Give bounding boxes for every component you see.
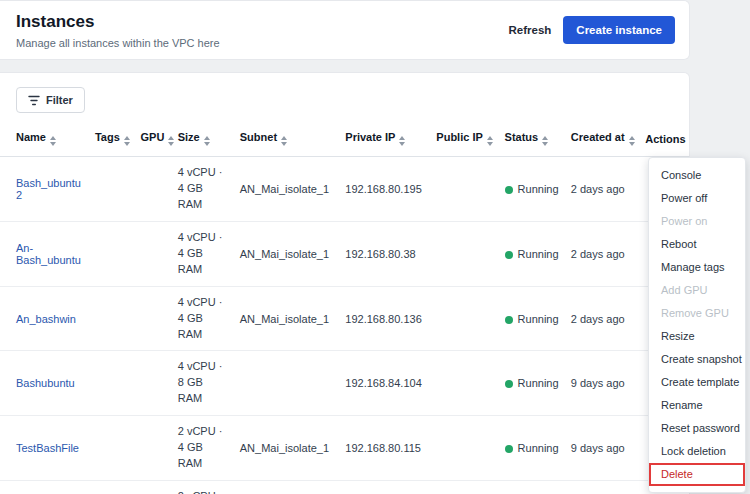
column-label: Actions: [645, 133, 685, 145]
column-label: GPU: [140, 131, 164, 143]
created-at-cell: 14 days ago: [565, 481, 639, 494]
status-dot-icon: [505, 251, 513, 259]
table-row: An_bashwin4 vCPU · 4 GB RAMAN_Mai_isolat…: [0, 286, 689, 351]
public-ip-cell: [430, 416, 498, 481]
status-cell: Running: [499, 481, 565, 494]
size-cell: 2 vCPU · 4 GB RAM: [172, 481, 234, 494]
public-ip-cell: [430, 221, 498, 286]
private-ip-cell: 192.168.80.136: [339, 286, 430, 351]
menu-item-lock-deletion[interactable]: Lock deletion: [649, 440, 745, 463]
subnet-cell: AN_Mai_isolate_1: [234, 157, 340, 222]
menu-item-add-gpu: Add GPU: [649, 279, 745, 302]
tags-cell: [89, 286, 135, 351]
sort-icon: [487, 136, 493, 146]
filter-button[interactable]: Filter: [16, 87, 85, 113]
menu-item-remove-gpu: Remove GPU: [649, 302, 745, 325]
column-label: Name: [16, 131, 46, 143]
table-row: Test_init2 vCPU · 4 GB RAM192.168.84.233…: [0, 481, 689, 494]
public-ip-cell: [430, 157, 498, 222]
column-label: Tags: [95, 131, 120, 143]
status-dot-icon: [505, 316, 513, 324]
created-at-cell: 2 days ago: [565, 157, 639, 222]
instance-name-link[interactable]: Bashubuntu: [16, 377, 75, 389]
instance-actions-menu: ConsolePower offPower onRebootManage tag…: [648, 157, 746, 493]
table-row: Bash_ubuntu24 vCPU · 4 GB RAMAN_Mai_isol…: [0, 157, 689, 222]
column-label: Private IP: [345, 131, 395, 143]
menu-item-delete[interactable]: Delete: [649, 463, 745, 486]
public-ip-cell: [430, 351, 498, 416]
name-cell: An-Bash_ubuntu: [0, 221, 89, 286]
menu-item-rename[interactable]: Rename: [649, 394, 745, 417]
name-cell: Test_init: [0, 481, 89, 494]
gpu-cell: [134, 286, 171, 351]
private-ip-cell: 192.168.84.233: [339, 481, 430, 494]
created-at-cell: 2 days ago: [565, 286, 639, 351]
subnet-cell: AN_Mai_isolate_1: [234, 221, 340, 286]
subnet-cell: [234, 481, 340, 494]
private-ip-cell: 192.168.80.195: [339, 157, 430, 222]
size-cell: 4 vCPU · 8 GB RAM: [172, 351, 234, 416]
create-instance-button[interactable]: Create instance: [563, 16, 675, 44]
sort-icon: [399, 136, 405, 146]
status-cell: Running: [499, 416, 565, 481]
column-header-private_ip[interactable]: Private IP: [339, 125, 430, 157]
size-cell: 4 vCPU · 4 GB RAM: [172, 286, 234, 351]
status-dot-icon: [505, 445, 513, 453]
column-label: Status: [505, 131, 539, 143]
status-dot-icon: [505, 186, 513, 194]
column-header-public_ip[interactable]: Public IP: [430, 125, 498, 157]
sort-icon: [50, 136, 56, 146]
status-cell: Running: [499, 351, 565, 416]
status-dot-icon: [505, 380, 513, 388]
menu-item-create-snapshot[interactable]: Create snapshot: [649, 348, 745, 371]
sort-icon: [281, 136, 287, 146]
column-header-gpu[interactable]: GPU: [134, 125, 171, 157]
column-header-status[interactable]: Status: [499, 125, 565, 157]
menu-item-create-template[interactable]: Create template: [649, 371, 745, 394]
refresh-button[interactable]: Refresh: [509, 24, 552, 36]
table-row: TestBashFile2 vCPU · 4 GB RAMAN_Mai_isol…: [0, 416, 689, 481]
menu-item-resize[interactable]: Resize: [649, 325, 745, 348]
created-at-cell: 9 days ago: [565, 351, 639, 416]
size-cell: 4 vCPU · 4 GB RAM: [172, 221, 234, 286]
tags-cell: [89, 416, 135, 481]
status-cell: Running: [499, 286, 565, 351]
created-at-cell: 9 days ago: [565, 416, 639, 481]
column-header-created_at[interactable]: Created at: [565, 125, 639, 157]
subnet-cell: AN_Mai_isolate_1: [234, 416, 340, 481]
tags-cell: [89, 351, 135, 416]
page-subtitle: Manage all instances within the VPC here: [16, 37, 220, 49]
instance-name-link[interactable]: Bash_ubuntu2: [16, 177, 81, 201]
menu-item-manage-tags[interactable]: Manage tags: [649, 256, 745, 279]
tags-cell: [89, 221, 135, 286]
page-header-text: Instances Manage all instances within th…: [16, 12, 220, 49]
sort-icon: [204, 136, 210, 146]
page-title: Instances: [16, 12, 220, 32]
sort-icon: [629, 136, 635, 146]
page-header: Instances Manage all instances within th…: [0, 0, 690, 60]
column-header-subnet[interactable]: Subnet: [234, 125, 340, 157]
name-cell: TestBashFile: [0, 416, 89, 481]
subnet-cell: [234, 351, 340, 416]
private-ip-cell: 192.168.80.38: [339, 221, 430, 286]
column-header-actions: Actions: [639, 125, 689, 157]
menu-item-reset-password[interactable]: Reset password: [649, 417, 745, 440]
column-label: Subnet: [240, 131, 277, 143]
column-header-tags[interactable]: Tags: [89, 125, 135, 157]
table-row: Bashubuntu4 vCPU · 8 GB RAM192.168.84.10…: [0, 351, 689, 416]
instance-name-link[interactable]: An_bashwin: [16, 313, 76, 325]
menu-item-reboot[interactable]: Reboot: [649, 233, 745, 256]
menu-item-console[interactable]: Console: [649, 164, 745, 187]
subnet-cell: AN_Mai_isolate_1: [234, 286, 340, 351]
name-cell: An_bashwin: [0, 286, 89, 351]
table-header-row: NameTagsGPUSizeSubnetPrivate IPPublic IP…: [0, 125, 689, 157]
header-actions: Refresh Create instance: [509, 12, 675, 44]
instance-name-link[interactable]: An-Bash_ubuntu: [16, 242, 81, 266]
sort-icon: [542, 136, 548, 146]
column-header-name[interactable]: Name: [0, 125, 89, 157]
instance-name-link[interactable]: TestBashFile: [16, 442, 79, 454]
created-at-cell: 2 days ago: [565, 221, 639, 286]
menu-item-power-off[interactable]: Power off: [649, 187, 745, 210]
tags-cell: [89, 157, 135, 222]
column-header-size[interactable]: Size: [172, 125, 234, 157]
